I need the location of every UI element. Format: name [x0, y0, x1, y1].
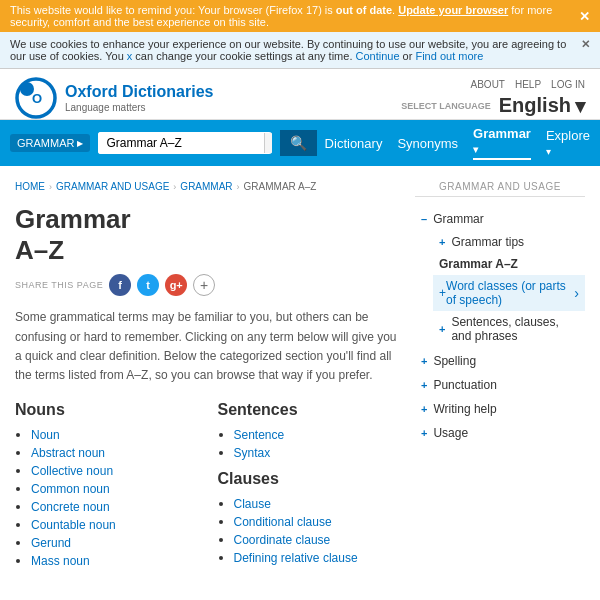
nouns-list: Noun Abstract noun Collective noun Commo…: [15, 427, 198, 568]
syntax-link[interactable]: Syntax: [234, 446, 271, 460]
plus-icon: +: [439, 236, 445, 248]
select-language-label: SELECT LANGUAGE: [401, 101, 491, 111]
sentences-clauses-label: Sentences, clauses, and phrases: [451, 315, 579, 343]
plus-icon-6: +: [421, 403, 427, 415]
oxford-logo-icon: O: [15, 77, 57, 119]
nav-dictionary[interactable]: Dictionary: [325, 136, 383, 151]
coordinate-clause-link[interactable]: Coordinate clause: [234, 533, 331, 547]
content-left: HOME › GRAMMAR AND USAGE › GRAMMAR › GRA…: [15, 181, 400, 571]
language-selector[interactable]: SELECT LANGUAGE English ▾: [401, 94, 585, 118]
list-item: Clause: [234, 496, 401, 511]
sidebar-item-writing-help[interactable]: + Writing help: [415, 397, 585, 421]
share-more-button[interactable]: +: [193, 274, 215, 296]
share-facebook-button[interactable]: f: [109, 274, 131, 296]
plus-icon-5: +: [421, 379, 427, 391]
search-button[interactable]: 🔍: [280, 130, 317, 156]
sidebar-item-word-classes[interactable]: + Word classes (or parts of speech): [433, 275, 585, 311]
breadcrumb-grammar-usage[interactable]: GRAMMAR AND USAGE: [56, 181, 169, 192]
nav-grammar[interactable]: Grammar: [473, 126, 531, 160]
breadcrumb-sep1: ›: [49, 182, 52, 192]
cookie-close-button[interactable]: ✕: [581, 38, 590, 51]
cookie-settings-link[interactable]: x: [127, 50, 133, 62]
notification-bar: This website would like to remind you: Y…: [0, 0, 600, 32]
search-input-wrap: ENG US: [98, 132, 271, 154]
breadcrumb-sep3: ›: [237, 182, 240, 192]
sidebar-item-grammar-tips[interactable]: + Grammar tips: [433, 231, 585, 253]
gerund-link[interactable]: Gerund: [31, 536, 71, 550]
list-item: Gerund: [31, 535, 198, 550]
plus-icon-3: +: [439, 323, 445, 335]
share-row: SHARE THIS PAGE f t g+ +: [15, 274, 400, 296]
sidebar-item-grammar[interactable]: – Grammar: [415, 207, 585, 231]
page-title: Grammar A–Z: [15, 204, 400, 266]
word-classes-label: Word classes (or parts of speech): [446, 279, 574, 307]
plus-icon-2: +: [439, 286, 446, 300]
countable-noun-link[interactable]: Countable noun: [31, 518, 116, 532]
mass-noun-link[interactable]: Mass noun: [31, 554, 90, 568]
breadcrumb-grammar[interactable]: GRAMMAR: [180, 181, 232, 192]
nav-synonyms[interactable]: Synonyms: [397, 136, 458, 151]
help-link[interactable]: HELP: [515, 79, 541, 90]
usage-label: Usage: [433, 426, 468, 440]
sentences-column: Sentences Sentence Syntax Clauses Clause…: [218, 401, 401, 571]
defining-relative-clause-link[interactable]: Defining relative clause: [234, 551, 358, 565]
sidebar-item-sentences-clauses[interactable]: + Sentences, clauses, and phrases: [433, 311, 585, 347]
search-language-select[interactable]: ENG US: [264, 133, 271, 153]
clause-link[interactable]: Clause: [234, 497, 271, 511]
noun-link[interactable]: Noun: [31, 428, 60, 442]
clauses-list: Clause Conditional clause Coordinate cla…: [218, 496, 401, 565]
breadcrumb-home[interactable]: HOME: [15, 181, 45, 192]
sidebar-grammar-sub: + Grammar tips Grammar A–Z + Word classe…: [415, 231, 585, 347]
minus-icon: –: [421, 213, 427, 225]
list-item: Mass noun: [31, 553, 198, 568]
sidebar-right: GRAMMAR AND USAGE – Grammar + Grammar ti…: [415, 181, 585, 571]
logo[interactable]: O Oxford Dictionaries Language matters: [15, 77, 213, 119]
list-item: Coordinate clause: [234, 532, 401, 547]
login-link[interactable]: LOG IN: [551, 79, 585, 90]
sidebar-item-usage[interactable]: + Usage: [415, 421, 585, 445]
nav-explore[interactable]: Explore: [546, 128, 590, 158]
cookie-bar: ✕ We use cookies to enhance your experie…: [0, 32, 600, 69]
writing-help-label: Writing help: [433, 402, 496, 416]
spelling-label: Spelling: [433, 354, 476, 368]
notif-text: This website would like to remind you: Y…: [10, 4, 579, 28]
top-nav: Dictionary Synonyms Grammar Explore: [325, 126, 590, 160]
list-item: Concrete noun: [31, 499, 198, 514]
conditional-clause-link[interactable]: Conditional clause: [234, 515, 332, 529]
common-noun-link[interactable]: Common noun: [31, 482, 110, 496]
list-item: Collective noun: [31, 463, 198, 478]
sentence-link[interactable]: Sentence: [234, 428, 285, 442]
header-right: ABOUT HELP LOG IN SELECT LANGUAGE Englis…: [401, 79, 585, 118]
grammar-tips-label: Grammar tips: [451, 235, 524, 249]
notif-close-button[interactable]: ✕: [579, 9, 590, 24]
share-googleplus-button[interactable]: g+: [165, 274, 187, 296]
collective-noun-link[interactable]: Collective noun: [31, 464, 113, 478]
sentences-title: Sentences: [218, 401, 401, 419]
nouns-title: Nouns: [15, 401, 198, 419]
cookie-findout-link[interactable]: Find out more: [415, 50, 483, 62]
search-bar: GRAMMAR ENG US 🔍 Dictionary Synonyms Gra…: [0, 120, 600, 166]
sidebar-item-spelling[interactable]: + Spelling: [415, 349, 585, 373]
brand-tagline: Language matters: [65, 102, 213, 114]
sidebar-title: GRAMMAR AND USAGE: [415, 181, 585, 197]
sidebar-grammar-label: Grammar: [433, 212, 484, 226]
search-input[interactable]: [98, 132, 264, 154]
sidebar-grammar-section: – Grammar + Grammar tips Grammar A–Z + W…: [415, 207, 585, 347]
sentences-list: Sentence Syntax: [218, 427, 401, 460]
selected-language: English: [499, 94, 571, 117]
nouns-column: Nouns Noun Abstract noun Collective noun…: [15, 401, 198, 571]
abstract-noun-link[interactable]: Abstract noun: [31, 446, 105, 460]
about-link[interactable]: ABOUT: [471, 79, 505, 90]
breadcrumb-sep2: ›: [173, 182, 176, 192]
cookie-continue-link[interactable]: Continue: [356, 50, 400, 62]
list-item: Defining relative clause: [234, 550, 401, 565]
concrete-noun-link[interactable]: Concrete noun: [31, 500, 110, 514]
update-browser-link[interactable]: Update your browser: [398, 4, 508, 16]
grammar-tag[interactable]: GRAMMAR: [10, 134, 90, 152]
sidebar-item-punctuation[interactable]: + Punctuation: [415, 373, 585, 397]
breadcrumb-current: GRAMMAR A–Z: [244, 181, 317, 192]
share-twitter-button[interactable]: t: [137, 274, 159, 296]
breadcrumb: HOME › GRAMMAR AND USAGE › GRAMMAR › GRA…: [15, 181, 400, 192]
main-content: HOME › GRAMMAR AND USAGE › GRAMMAR › GRA…: [0, 166, 600, 586]
sidebar-grammar-az-label: Grammar A–Z: [433, 253, 585, 275]
